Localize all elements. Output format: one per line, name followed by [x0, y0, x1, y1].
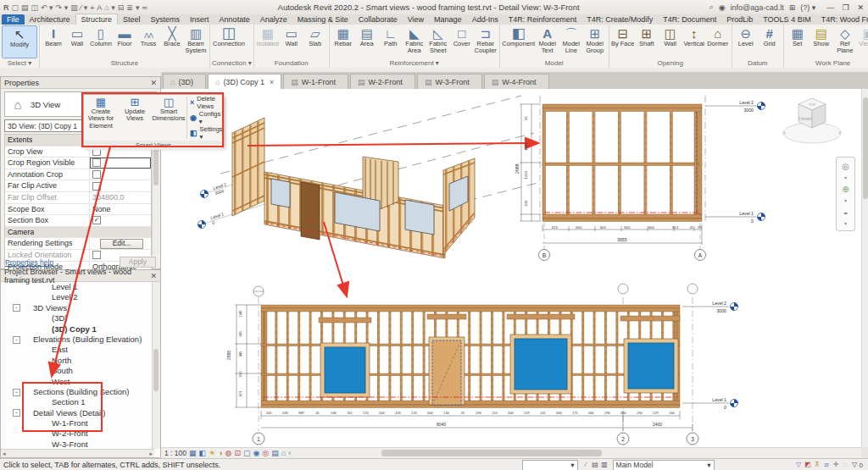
ref-plane-button[interactable]: Ref Plane: [833, 25, 857, 58]
ribbon-tab[interactable]: Architecture: [25, 14, 75, 25]
text-icon[interactable]: A: [97, 3, 102, 12]
tree-item-label[interactable]: Level 1: [52, 282, 78, 292]
tree-item-label[interactable]: Detail Views (Detail): [33, 408, 105, 418]
tree-item-label[interactable]: 3D Views: [33, 303, 67, 313]
apply-button[interactable]: Apply: [120, 257, 156, 268]
tree-item-label[interactable]: W-2-Front: [52, 429, 88, 439]
ribbon-tab[interactable]: Steel: [118, 14, 146, 25]
property-row[interactable]: Camera: [5, 227, 151, 239]
rebar-coupler-button[interactable]: Rebar Coupler: [474, 25, 498, 58]
column-button[interactable]: Column: [89, 25, 113, 58]
ribbon-group-label[interactable]: Structure: [42, 58, 208, 68]
browser-vertical-scrollbar[interactable]: [152, 282, 160, 449]
design-option-dropdown[interactable]: ▾: [522, 460, 578, 470]
new-icon[interactable]: ▢: [12, 3, 19, 12]
property-row[interactable]: Annotation Crop: [5, 169, 151, 181]
ribbon-tab[interactable]: Manage: [429, 14, 467, 25]
canvas-vertical-scrollbar[interactable]: [861, 89, 868, 447]
ribbon-tab[interactable]: View: [403, 14, 429, 25]
view-tab[interactable]: ▤ W-3-Front: [417, 74, 482, 89]
ribbon-tab[interactable]: Systems: [146, 14, 186, 25]
ribbon-group-label[interactable]: Select ▾: [2, 58, 37, 68]
tree-item[interactable]: Level 2: [1, 292, 153, 302]
viewer-button[interactable]: Viewer: [857, 25, 868, 58]
model-line-button[interactable]: Model Line: [559, 25, 583, 58]
tree-item-label[interactable]: (3D) Copy 1: [52, 324, 97, 335]
checkbox[interactable]: [92, 182, 101, 191]
link-icon[interactable]: ⧄: [822, 461, 832, 469]
temporary-hide-isolate-icon[interactable]: ◉: [253, 449, 259, 458]
edit-in-place-icon[interactable]: ◩: [804, 461, 813, 469]
property-value[interactable]: [90, 158, 151, 169]
crop-view-icon[interactable]: ⊡: [234, 449, 241, 458]
beam-button[interactable]: Beam: [42, 25, 65, 58]
tree-item-label[interactable]: W-1-Front: [52, 418, 88, 429]
tree-item-label[interactable]: (3D): [52, 313, 67, 323]
ribbon-tab[interactable]: Insert: [185, 14, 214, 25]
tree-item[interactable]: - Sections (Building Section): [1, 387, 153, 397]
ribbon-tab[interactable]: Structure: [75, 14, 119, 25]
background-process-icon[interactable]: ◌: [841, 461, 850, 469]
steering-wheel-icon[interactable]: ◎: [842, 162, 849, 171]
connection-button[interactable]: Connection: [212, 25, 246, 58]
visual-style-icon[interactable]: ◧: [199, 449, 207, 458]
area-button[interactable]: Area: [355, 25, 379, 58]
property-value[interactable]: None: [90, 204, 151, 215]
tree-item[interactable]: North: [1, 356, 153, 366]
ribbon-tab[interactable]: T4R: Create/Modify: [581, 14, 658, 25]
property-value[interactable]: [90, 215, 151, 226]
rendering-dialog-icon[interactable]: ◍: [225, 449, 232, 458]
property-row[interactable]: Far Clip Active: [5, 180, 151, 192]
ribbon-group-label[interactable]: Foundation: [256, 58, 327, 68]
properties-help-link[interactable]: Properties help: [5, 258, 53, 267]
detail-level-icon[interactable]: ▦: [189, 449, 197, 458]
shaft-button[interactable]: Shaft: [635, 25, 659, 58]
aligned-dimension-icon[interactable]: ⌖: [90, 3, 94, 12]
help-icon[interactable]: (?) ▾: [800, 3, 815, 12]
property-row[interactable]: Rendering Settings Edit...: [5, 238, 151, 250]
editable-only-icon[interactable]: ∕: [581, 461, 591, 469]
tree-item[interactable]: Level 1: [1, 282, 153, 292]
tree-item-label[interactable]: North: [52, 356, 71, 366]
tree-item[interactable]: W-1-Front: [1, 418, 153, 429]
tree-item[interactable]: (3D) Copy 1: [1, 324, 153, 335]
measure-icon[interactable]: ∕ ▾: [81, 3, 88, 12]
expand-icon[interactable]: -: [13, 409, 20, 417]
smart-views-group-label[interactable]: Smart Views: [84, 141, 223, 150]
chevron-down-icon[interactable]: ▾: [844, 174, 847, 180]
by-face-button[interactable]: By Face: [611, 25, 635, 58]
tree-item-label[interactable]: Section 1: [52, 397, 86, 407]
property-row[interactable]: Section Box: [5, 215, 151, 227]
press-drag-icon[interactable]: ✛: [832, 461, 841, 469]
property-row[interactable]: Far Clip Offset 304800.0: [5, 192, 151, 204]
modify-button[interactable]: Modify: [2, 25, 37, 58]
tree-item[interactable]: - Elevations (Building Elevation): [1, 335, 153, 345]
open-icon[interactable]: ▤: [21, 3, 29, 12]
wall-button[interactable]: Wall: [65, 25, 89, 58]
view-tab[interactable]: ⌂ (3D) Copy 1 ×: [208, 74, 281, 89]
tree-item[interactable]: - 3D Views: [1, 303, 153, 313]
truss-button[interactable]: Truss: [136, 25, 160, 58]
redo-icon[interactable]: ↷ ▾: [56, 3, 69, 12]
fabric-sheet-button[interactable]: Fabric Sheet: [426, 25, 450, 58]
view-scale[interactable]: 1 : 100: [164, 449, 186, 457]
brace-button[interactable]: Brace: [160, 25, 184, 58]
show-button[interactable]: Show: [810, 25, 833, 58]
show-constraints-icon[interactable]: ⌂: [281, 449, 286, 458]
ribbon-tab[interactable]: Massing & Site: [292, 14, 353, 25]
edit-button[interactable]: Edit...: [100, 239, 144, 249]
expand-icon[interactable]: -: [13, 304, 20, 312]
cover-button[interactable]: Cover: [450, 25, 474, 58]
ribbon-group-label[interactable]: Work Plane: [786, 58, 868, 68]
ribbon-group-label[interactable]: Opening: [611, 58, 730, 68]
orbit-icon[interactable]: ◒: [843, 207, 848, 217]
view-tab[interactable]: ▤ W-2-Front: [350, 74, 415, 89]
expand-icon[interactable]: -: [13, 336, 20, 344]
ribbon-tab[interactable]: Collaborate: [353, 14, 403, 25]
wall-button[interactable]: Wall: [280, 25, 303, 58]
ribbon-tab[interactable]: Annotate: [214, 14, 255, 25]
view-cube[interactable]: TOP FRONT: [782, 98, 842, 143]
zoom-icon[interactable]: ⊕: [842, 185, 849, 194]
show-crop-region-icon[interactable]: ▢: [243, 449, 251, 458]
ribbon-group-label[interactable]: Reinforcement ▾: [331, 58, 498, 68]
